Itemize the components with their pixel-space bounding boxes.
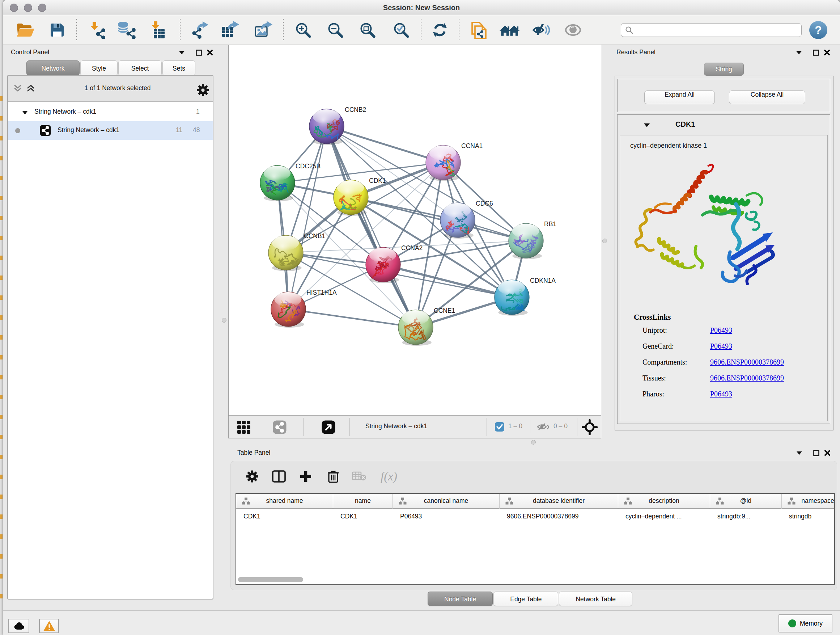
toolbar-separator (76, 19, 77, 41)
panel-menu-icon[interactable] (179, 50, 185, 55)
delete-column-trash-icon[interactable] (324, 467, 343, 486)
function-builder-icon[interactable]: f(x) (374, 467, 403, 486)
export-network-icon[interactable] (190, 19, 210, 41)
export-table-icon[interactable] (220, 19, 240, 41)
column-header-database-identifier[interactable]: database identifier (500, 494, 618, 509)
crosslink-link[interactable]: P06493 (710, 342, 732, 350)
table-settings-gear-icon[interactable] (243, 467, 262, 486)
table-close-icon[interactable] (824, 450, 831, 456)
cdk1-section: CDK1 cyclin–dependent kinase 1 CrossLink… (617, 114, 830, 424)
cloud-status-button[interactable] (8, 619, 29, 633)
network-edge-count: 48 (193, 126, 200, 134)
column-header-shared-name[interactable]: shared name (236, 494, 333, 509)
zoom-in-icon[interactable] (293, 19, 313, 41)
network-row-selected[interactable]: String Network – cdk1 11 48 (8, 121, 213, 140)
table-menu-icon[interactable] (796, 451, 802, 455)
background-dash (0, 375, 3, 379)
control-panel-title: Control Panel (11, 49, 49, 56)
column-header-canonical-name[interactable]: canonical name (393, 494, 500, 509)
column-header-namespace[interactable]: namespace (782, 494, 835, 509)
search-input[interactable] (633, 25, 801, 35)
results-tab-string[interactable]: String (704, 63, 744, 76)
import-network-database-icon[interactable] (116, 19, 136, 41)
control-tab-style[interactable]: Style (80, 60, 118, 76)
left-splitter-handle[interactable] (222, 318, 226, 323)
expand-all-button[interactable]: Expand All (644, 90, 715, 104)
results-close-icon[interactable] (824, 49, 830, 56)
help-button[interactable]: ? (808, 19, 829, 41)
import-network-file-icon[interactable] (87, 19, 107, 41)
memory-label: Memory (800, 620, 823, 627)
column-header-name[interactable]: name (333, 494, 393, 509)
graph-node-CDK1[interactable] (333, 180, 368, 216)
zoom-out-icon[interactable] (325, 19, 346, 41)
selected-checkbox-icon[interactable] (494, 422, 505, 432)
warning-status-button[interactable] (39, 619, 59, 633)
column-header--id[interactable]: @id (710, 494, 782, 509)
panel-float-icon[interactable] (196, 50, 202, 56)
delete-table-icon[interactable] (350, 467, 369, 486)
cdk1-collapse-icon[interactable] (644, 123, 650, 127)
collapse-all-button[interactable]: Collapse All (729, 90, 805, 104)
panel-close-icon[interactable] (207, 49, 213, 56)
graph-node-CCNA1[interactable] (426, 145, 461, 181)
network-graph[interactable]: CCNB2CCNA1CDC25BCDK1CDC6RB1CCNB1CCNA2CDK… (229, 45, 601, 415)
graph-node-CCNA2[interactable] (366, 247, 401, 283)
table-tab-edge-table[interactable]: Edge Table (493, 592, 558, 606)
crosslink-label: GeneCard: (643, 342, 674, 350)
column-header-description[interactable]: description (618, 494, 710, 509)
tree-expander-icon[interactable] (22, 110, 28, 115)
show-column-panel-icon[interactable] (270, 467, 288, 486)
status-bar: Memory (3, 610, 840, 635)
horizontal-splitter-handle[interactable] (531, 440, 536, 445)
graph-node-CDC6[interactable] (440, 203, 475, 239)
save-session-icon[interactable] (47, 19, 67, 41)
copy-style-icon[interactable] (469, 19, 489, 41)
birdseye-grid-icon[interactable] (237, 421, 251, 434)
network-collection-count: 1 (196, 108, 200, 116)
network-toolbar-separator (349, 418, 350, 436)
open-session-icon[interactable] (16, 19, 36, 41)
zoom-selected-icon[interactable] (391, 19, 411, 41)
results-menu-icon[interactable] (796, 50, 802, 55)
cdk1-description: cyclin–dependent kinase 1 (630, 142, 707, 149)
table-tab-network-table[interactable]: Network Table (559, 592, 632, 606)
cdk1-section-header[interactable]: CDK1 (617, 115, 830, 135)
share-network-button[interactable] (273, 420, 286, 434)
crosslink-link[interactable]: P06493 (710, 326, 732, 334)
table-tab-node-table[interactable]: Node Table (428, 592, 493, 606)
crosslink-link[interactable]: P06493 (710, 390, 732, 398)
control-tab-select[interactable]: Select (118, 60, 162, 76)
results-float-icon[interactable] (813, 50, 819, 56)
network-collection-row[interactable]: String Network – cdk1 1 (8, 103, 213, 121)
add-column-icon[interactable] (296, 467, 315, 486)
table-float-icon[interactable] (813, 450, 819, 456)
graph-node-CCNB1[interactable] (268, 235, 303, 271)
fit-selected-crosshair-icon[interactable] (582, 419, 598, 435)
hide-selected-eye-icon[interactable] (531, 19, 552, 41)
graph-node-CCNE1[interactable] (398, 310, 433, 346)
toolbar-separator (459, 19, 459, 41)
table-horizontal-scrollbar[interactable] (238, 577, 303, 582)
crosslink-link[interactable]: 9606.ENSP00000378699 (710, 358, 784, 366)
open-in-new-window-button[interactable] (322, 420, 335, 434)
export-image-icon[interactable] (254, 19, 274, 41)
memory-button[interactable]: Memory (778, 614, 832, 632)
string-home-icon[interactable] (500, 19, 520, 41)
crosslink-link[interactable]: 9606.ENSP00000378699 (710, 374, 784, 382)
graph-node-label: CCNB1 (304, 233, 325, 240)
toolbar-separator (283, 19, 284, 41)
table-row[interactable]: CDK1CDK1P064939606.ENSP00000378699cyclin… (236, 509, 834, 524)
refresh-icon[interactable] (430, 19, 450, 41)
graph-node-RB1[interactable] (508, 223, 543, 259)
control-tab-network[interactable]: Network (27, 60, 80, 76)
control-tab-sets[interactable]: Sets (163, 60, 195, 76)
zoom-fit-icon[interactable] (357, 19, 378, 41)
graph-node-CDKN1A[interactable] (494, 280, 529, 316)
graph-node-HIST1H1A[interactable] (271, 292, 306, 328)
network-options-gear-icon[interactable] (196, 84, 210, 97)
right-splitter-handle[interactable] (602, 239, 607, 243)
show-all-eye-icon[interactable] (564, 19, 584, 41)
graph-node-CDC25B[interactable] (260, 165, 295, 201)
import-table-file-icon[interactable] (148, 19, 168, 41)
